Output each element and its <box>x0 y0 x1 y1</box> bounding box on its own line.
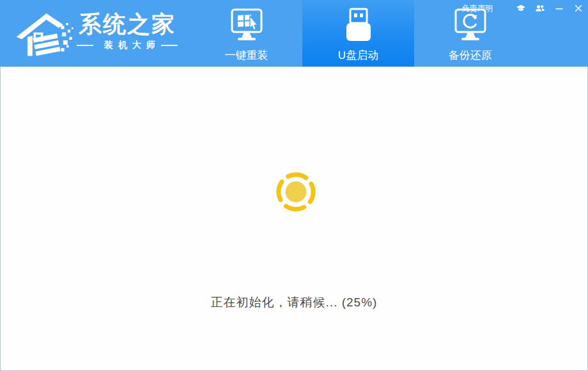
close-icon[interactable] <box>573 4 584 13</box>
users-icon[interactable] <box>535 4 545 13</box>
tab-label: 备份还原 <box>449 48 492 63</box>
status-text: 正在初始化，请稍候... (25%) <box>1 294 587 311</box>
header-bar: 系统之家 装机大师 一键重装 <box>0 0 588 67</box>
tab-usb-boot[interactable]: U盘启动 <box>302 0 414 67</box>
monitor-windows-cursor-icon <box>226 8 267 46</box>
brand-title: 系统之家 <box>79 12 176 37</box>
window-controls: 免责声明 <box>462 3 584 14</box>
app-window: 系统之家 装机大师 一键重装 <box>0 0 588 371</box>
disclaimer-link[interactable]: 免责声明 <box>462 3 493 14</box>
brand-subtitle: 装机大师 <box>77 40 178 51</box>
tab-onekey-reinstall[interactable]: 一键重装 <box>190 0 302 67</box>
brand-text: 系统之家 装机大师 <box>77 12 178 51</box>
minimize-icon[interactable] <box>554 4 564 13</box>
graduation-cap-icon[interactable] <box>516 4 526 13</box>
main-content: 正在初始化，请稍候... (25%) <box>0 67 588 371</box>
loading-spinner-icon <box>270 166 322 218</box>
brand-logo: 系统之家 装机大师 <box>14 4 178 59</box>
usb-drive-icon <box>338 8 379 46</box>
tab-label: U盘启动 <box>338 48 378 63</box>
tab-label: 一键重装 <box>225 48 268 63</box>
pixel-house-logo-icon <box>14 4 75 59</box>
